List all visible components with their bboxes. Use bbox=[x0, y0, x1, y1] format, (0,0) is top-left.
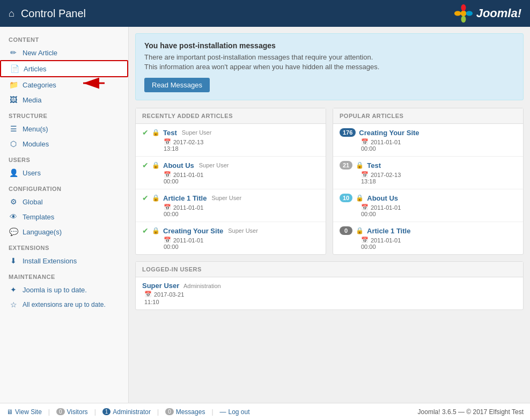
read-messages-button[interactable]: Read Messages bbox=[144, 78, 210, 92]
calendar-icon: 📅 bbox=[164, 171, 171, 178]
footer-right: Joomla! 3.6.5 — © 2017 Elfsight Test bbox=[418, 408, 524, 416]
article-title[interactable]: About Us bbox=[163, 161, 194, 170]
sidebar-section-structure: STRUCTURE bbox=[0, 107, 128, 121]
user-name[interactable]: Super User bbox=[142, 282, 179, 290]
footer-admin-label: Administrator bbox=[113, 408, 151, 416]
sidebar: CONTENT ✏ New Article 📄 Articles 📁 Categ… bbox=[0, 27, 129, 403]
sidebar-item-label: All extensions are up to date. bbox=[23, 301, 106, 308]
article-date: 2011-01-01 bbox=[173, 204, 203, 211]
article-author: Super User bbox=[228, 227, 258, 234]
footer-logout-label[interactable]: Log out bbox=[229, 408, 250, 416]
popular-item-top: 0 🔒 Article 1 Title bbox=[340, 226, 517, 235]
sidebar-item-modules[interactable]: ⬡ Modules bbox=[0, 136, 128, 151]
popular-articles-header: POPULAR ARTICLES bbox=[333, 108, 523, 124]
footer-visitors-label: Visitors bbox=[67, 408, 88, 416]
popular-article-item: 10 🔒 About Us 📅 2011-01-01 00:00 bbox=[333, 189, 523, 222]
popular-time-row: 00:00 bbox=[340, 145, 517, 152]
calendar-icon: 📅 bbox=[361, 204, 369, 211]
joomla-logo: Joomla! bbox=[454, 4, 521, 23]
header-title: Control Panel bbox=[21, 8, 86, 20]
footer-left: 🖥 View Site | 0 Visitors | 1 Administrat… bbox=[6, 408, 250, 416]
footer-divider: | bbox=[48, 408, 50, 416]
popular-date: 2011-01-01 bbox=[371, 237, 401, 244]
article-title[interactable]: Creating Your Site bbox=[163, 227, 223, 235]
article-item-top: ✔ 🔒 About Us Super User bbox=[142, 161, 319, 170]
article-author: Super User bbox=[182, 129, 212, 136]
article-time-row: 13:18 bbox=[142, 145, 319, 152]
popular-article-item: 176 Creating Your Site 📅 2011-01-01 00:0… bbox=[333, 124, 523, 157]
sidebar-item-label: Joomla is up to date. bbox=[23, 286, 87, 294]
calendar-icon: 📅 bbox=[164, 138, 171, 145]
calendar-icon: 📅 bbox=[144, 291, 152, 298]
sidebar-item-users[interactable]: 👤 Users bbox=[0, 165, 128, 180]
article-item-top: ✔ 🔒 Test Super User bbox=[142, 128, 319, 137]
sidebar-item-label: Global bbox=[23, 198, 43, 206]
sidebar-item-label: Language(s) bbox=[23, 228, 62, 236]
main-wrapper: CONTENT ✏ New Article 📄 Articles 📁 Categ… bbox=[0, 27, 530, 403]
popular-time-row: 00:00 bbox=[340, 244, 517, 250]
popular-item-top: 176 Creating Your Site bbox=[340, 128, 517, 137]
footer-messages[interactable]: 0 Messages bbox=[165, 408, 205, 416]
popular-item-top: 10 🔒 About Us bbox=[340, 194, 517, 202]
sidebar-item-new-article[interactable]: ✏ New Article bbox=[0, 45, 128, 60]
check-icon: ✔ bbox=[142, 161, 149, 170]
footer-visitors[interactable]: 0 Visitors bbox=[56, 408, 88, 416]
sidebar-item-extensions-update[interactable]: ☆ All extensions are up to date. bbox=[0, 297, 128, 312]
user-date-row: 📅 2017-03-21 bbox=[142, 291, 517, 298]
sidebar-item-articles[interactable]: 📄 Articles bbox=[0, 60, 128, 77]
install-icon: ⬇ bbox=[9, 256, 18, 265]
recent-article-item: ✔ 🔒 About Us Super User 📅 2011-01-01 00:… bbox=[136, 157, 326, 189]
sidebar-section-maintenance: MAINTENANCE bbox=[0, 268, 128, 282]
logged-in-panel: LOGGED-IN USERS Super User Administratio… bbox=[135, 261, 524, 310]
global-icon: ⚙ bbox=[9, 197, 18, 206]
article-title[interactable]: Test bbox=[163, 129, 177, 137]
popular-article-title[interactable]: Article 1 Title bbox=[367, 227, 410, 235]
popular-date: 2011-01-01 bbox=[371, 204, 401, 211]
header-left: ⌂ Control Panel bbox=[9, 8, 86, 20]
lock-icon: 🔒 bbox=[356, 194, 364, 202]
sidebar-item-media[interactable]: 🖼 Media bbox=[0, 92, 128, 107]
article-date-row: 📅 2011-01-01 bbox=[142, 171, 319, 178]
home-icon[interactable]: ⌂ bbox=[9, 8, 14, 19]
modules-icon: ⬡ bbox=[9, 139, 18, 148]
lock-icon: 🔒 bbox=[152, 227, 160, 234]
article-date: 2011-01-01 bbox=[173, 172, 203, 178]
lock-icon: 🔒 bbox=[152, 129, 160, 136]
footer-admin[interactable]: 1 Administrator bbox=[102, 408, 151, 416]
footer-version-text: Joomla! 3.6.5 — © 2017 Elfsight Test bbox=[418, 408, 524, 416]
sidebar-item-joomla-update[interactable]: ✦ Joomla is up to date. bbox=[0, 282, 128, 297]
sidebar-item-templates[interactable]: 👁 Templates bbox=[0, 209, 128, 224]
templates-icon: 👁 bbox=[9, 212, 18, 221]
sidebar-item-label: Menu(s) bbox=[23, 125, 48, 133]
footer-divider: | bbox=[157, 408, 159, 416]
popular-date-row: 📅 2011-01-01 bbox=[340, 204, 517, 211]
info-box-line1: There are important post-installation me… bbox=[144, 53, 514, 61]
popular-article-title[interactable]: Test bbox=[367, 161, 381, 170]
user-role: Administration bbox=[183, 283, 221, 289]
logout-icon: — bbox=[220, 408, 226, 416]
article-title[interactable]: Article 1 Title bbox=[163, 194, 207, 202]
popular-article-title[interactable]: About Us bbox=[367, 194, 398, 202]
media-icon: 🖼 bbox=[9, 95, 18, 104]
popular-article-title[interactable]: Creating Your Site bbox=[359, 129, 419, 137]
footer-logout[interactable]: — Log out bbox=[220, 408, 250, 416]
svg-point-3 bbox=[461, 16, 466, 23]
popular-time-row: 00:00 bbox=[340, 211, 517, 217]
calendar-icon: 📅 bbox=[361, 171, 369, 178]
sidebar-item-menus[interactable]: ☰ Menu(s) bbox=[0, 121, 128, 136]
pencil-icon: ✏ bbox=[9, 48, 18, 57]
calendar-icon: 📅 bbox=[164, 204, 171, 211]
sidebar-item-label: Modules bbox=[23, 140, 49, 148]
languages-icon: 💬 bbox=[9, 227, 18, 236]
sidebar-item-global[interactable]: ⚙ Global bbox=[0, 194, 128, 209]
joomla-flower-icon bbox=[454, 4, 473, 23]
calendar-icon: 📅 bbox=[361, 138, 369, 145]
footer-view-site[interactable]: 🖥 View Site bbox=[6, 408, 42, 416]
header: ⌂ Control Panel Joomla! bbox=[0, 0, 530, 27]
sidebar-item-install-extensions[interactable]: ⬇ Install Extensions bbox=[0, 253, 128, 268]
sidebar-item-categories[interactable]: 📁 Categories bbox=[0, 77, 128, 92]
sidebar-item-languages[interactable]: 💬 Language(s) bbox=[0, 224, 128, 239]
footer-view-site-label[interactable]: View Site bbox=[15, 408, 42, 416]
svg-point-4 bbox=[454, 11, 461, 16]
sidebar-item-label: Articles bbox=[24, 65, 47, 73]
